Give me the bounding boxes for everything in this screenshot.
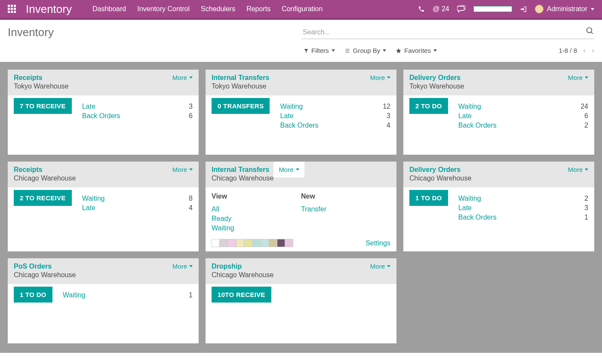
card-title[interactable]: Delivery Orders bbox=[409, 166, 471, 174]
menu-dashboard[interactable]: Dashboard bbox=[92, 5, 126, 13]
color-swatch[interactable] bbox=[277, 239, 285, 247]
pager-next[interactable]: › bbox=[592, 46, 594, 55]
card-title[interactable]: Internal Transfers bbox=[212, 74, 269, 82]
stat-label[interactable]: Late bbox=[82, 103, 95, 110]
primary-action-button[interactable]: 0 TRANSFERS bbox=[212, 98, 270, 114]
stat-row: Waiting2 bbox=[458, 194, 588, 204]
stat-label[interactable]: Waiting bbox=[82, 195, 105, 202]
stat-label[interactable]: Back Orders bbox=[458, 214, 497, 221]
svg-rect-7 bbox=[11, 11, 13, 13]
card-body: 10TO RECEIVE bbox=[206, 284, 396, 343]
app-title[interactable]: Inventory bbox=[26, 3, 72, 16]
primary-action-button[interactable]: 1 TO DO bbox=[14, 287, 52, 303]
menu-reports[interactable]: Reports bbox=[246, 5, 270, 13]
favorites-button[interactable]: Favorites bbox=[396, 47, 437, 54]
mentions-badge[interactable]: @ 24 bbox=[433, 5, 449, 13]
card-subtitle: Chicago Warehouse bbox=[14, 174, 76, 182]
settings-link[interactable]: Settings bbox=[366, 239, 390, 247]
kanban-card: Delivery OrdersTokyo WarehouseMore2 TO D… bbox=[403, 70, 594, 155]
card-title[interactable]: Dropship bbox=[212, 263, 273, 270]
stat-label[interactable]: Late bbox=[458, 112, 472, 120]
progress-bar[interactable] bbox=[473, 6, 512, 12]
chevron-down-icon bbox=[189, 76, 193, 79]
menu-configuration[interactable]: Configuration bbox=[282, 5, 322, 13]
kanban-card: ReceiptsTokyo WarehouseMore7 TO RECEIVEL… bbox=[8, 70, 199, 155]
groupby-button[interactable]: Group By bbox=[344, 47, 386, 54]
pager-prev[interactable]: ‹ bbox=[583, 46, 586, 55]
more-button[interactable]: More bbox=[568, 166, 588, 173]
avatar bbox=[535, 5, 544, 13]
stat-label[interactable]: Back Orders bbox=[280, 122, 318, 129]
color-swatch[interactable] bbox=[212, 239, 220, 247]
stat-label[interactable]: Back Orders bbox=[458, 122, 497, 129]
stat-label[interactable]: Late bbox=[82, 204, 95, 212]
color-swatch[interactable] bbox=[236, 239, 244, 247]
more-button[interactable]: More bbox=[568, 74, 588, 81]
color-picker bbox=[212, 239, 293, 247]
primary-action-button[interactable]: 10TO RECEIVE bbox=[212, 287, 271, 303]
card-title[interactable]: Delivery Orders bbox=[409, 74, 464, 82]
card-subtitle: Tokyo Warehouse bbox=[409, 83, 464, 90]
chat-icon[interactable] bbox=[457, 5, 466, 13]
svg-rect-5 bbox=[14, 8, 16, 10]
stat-label[interactable]: Late bbox=[458, 204, 472, 212]
stat-value: 6 bbox=[584, 112, 588, 120]
stat-label[interactable]: Back Orders bbox=[82, 112, 120, 120]
menu-inventory-control[interactable]: Inventory Control bbox=[137, 5, 190, 13]
card-subtitle: Tokyo Warehouse bbox=[212, 83, 269, 90]
primary-action-button[interactable]: 7 TO RECEIVE bbox=[14, 98, 72, 114]
more-button[interactable]: More bbox=[172, 166, 193, 173]
menu-schedulers[interactable]: Schedulers bbox=[201, 5, 235, 13]
card-header: Internal TransfersTokyo WarehouseMore bbox=[206, 70, 396, 95]
stat-label[interactable]: Waiting bbox=[63, 291, 86, 299]
color-swatch[interactable] bbox=[261, 239, 269, 247]
expanded-view-link[interactable]: Waiting bbox=[212, 223, 301, 233]
filters-button[interactable]: Filters bbox=[304, 47, 335, 54]
more-button[interactable]: More bbox=[370, 263, 390, 270]
more-button[interactable]: More bbox=[370, 74, 390, 81]
svg-rect-6 bbox=[8, 11, 10, 13]
color-swatch[interactable] bbox=[269, 239, 277, 247]
search-icon[interactable] bbox=[586, 27, 594, 37]
user-menu[interactable]: Administrator bbox=[535, 5, 594, 13]
groupby-label: Group By bbox=[353, 47, 380, 54]
more-button[interactable]: More bbox=[172, 263, 193, 270]
expanded-view-link[interactable]: Ready bbox=[212, 214, 301, 223]
color-swatch[interactable] bbox=[220, 239, 228, 247]
color-swatch[interactable] bbox=[244, 239, 252, 247]
primary-action-button[interactable]: 2 TO DO bbox=[409, 98, 448, 114]
stat-row: Late3 bbox=[82, 102, 193, 112]
breadcrumb: Inventory bbox=[8, 26, 54, 39]
pager: 1-8 / 8 ‹ › bbox=[559, 46, 594, 55]
expanded-new-link[interactable]: Transfer bbox=[301, 205, 390, 214]
svg-rect-3 bbox=[8, 8, 10, 10]
color-swatch[interactable] bbox=[252, 239, 261, 247]
svg-rect-1 bbox=[11, 5, 13, 7]
more-button[interactable]: More bbox=[172, 74, 193, 81]
stat-value: 12 bbox=[383, 103, 390, 110]
expanded-view-link[interactable]: All bbox=[212, 205, 301, 214]
login-icon[interactable] bbox=[520, 6, 527, 13]
kanban-card: DropshipChicago WarehouseMore10TO RECEIV… bbox=[206, 258, 396, 343]
phone-icon[interactable] bbox=[418, 6, 425, 12]
pager-text: 1-8 / 8 bbox=[559, 47, 577, 54]
stat-label[interactable]: Waiting bbox=[280, 103, 303, 110]
card-title[interactable]: Internal Transfers bbox=[212, 166, 273, 174]
stat-label[interactable]: Late bbox=[280, 112, 293, 120]
card-header: Delivery OrdersTokyo WarehouseMore bbox=[403, 70, 594, 95]
search-input[interactable] bbox=[302, 27, 594, 39]
color-swatch[interactable] bbox=[285, 239, 293, 247]
primary-action-button[interactable]: 1 TO DO bbox=[409, 190, 448, 206]
primary-action-button[interactable]: 2 TO RECEIVE bbox=[14, 190, 72, 206]
card-title[interactable]: PoS Orders bbox=[14, 263, 76, 270]
stat-label[interactable]: Waiting bbox=[458, 195, 481, 202]
card-title[interactable]: Receipts bbox=[14, 74, 68, 82]
chevron-down-icon bbox=[189, 265, 193, 267]
chevron-down-icon bbox=[332, 49, 335, 52]
more-button[interactable]: More bbox=[273, 162, 304, 177]
stat-value: 2 bbox=[584, 122, 588, 129]
color-swatch[interactable] bbox=[228, 239, 236, 247]
stat-label[interactable]: Waiting bbox=[458, 103, 481, 110]
apps-icon[interactable] bbox=[8, 5, 16, 13]
card-title[interactable]: Receipts bbox=[14, 166, 76, 174]
